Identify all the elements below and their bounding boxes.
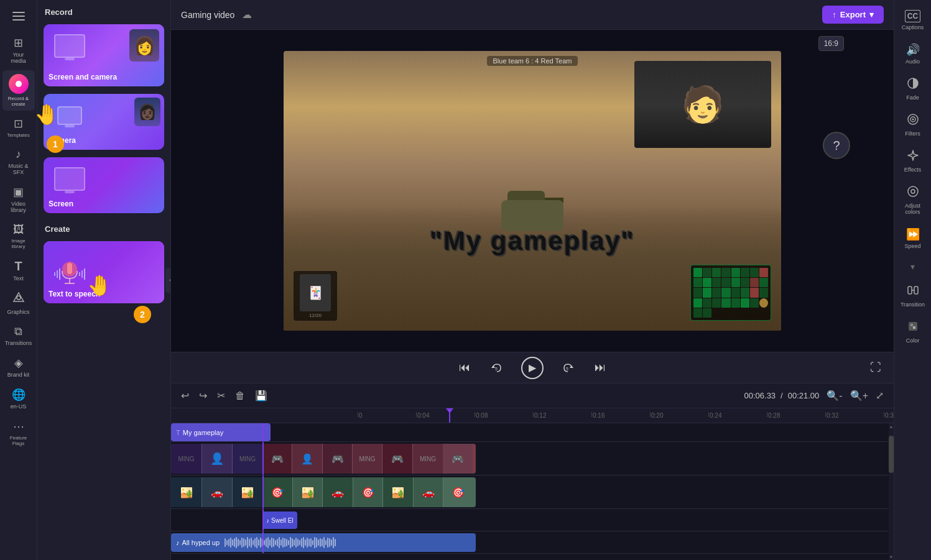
language-icon: 🌐 xyxy=(12,388,25,402)
sidebar-item-graphics[interactable]: Graphics xyxy=(2,288,35,319)
video-clip-2-left: 🏜️ 🚗 🏜️ xyxy=(171,477,262,507)
sidebar-item-video-library[interactable]: ▣ Video library xyxy=(2,181,35,217)
video-minimap xyxy=(690,265,771,321)
sidebar-label-text: Text xyxy=(13,275,24,282)
play-pause-button[interactable]: ▶ xyxy=(521,357,544,379)
card-thumbnail-visual: 🃏 xyxy=(300,274,331,311)
video-title-overlay: "My gameplay" xyxy=(284,226,781,256)
timeline-ruler: 0 0:04 0:08 0:12 0:16 0:20 0:24 0:28 0:3… xyxy=(171,408,894,423)
right-sidebar-audio[interactable]: 🔊 Audio xyxy=(897,38,929,70)
timeline-scrollbar[interactable]: ▲ ▼ xyxy=(889,423,894,560)
badge-number-2: 2 xyxy=(134,306,151,323)
video-track-2: 🏜️ 🚗 🏜️ 🎯 🏜️ 🚗 🎯 🏜️ 🚗 🎯 xyxy=(171,475,894,509)
ruler-mark-0:04: 0:04 xyxy=(416,412,475,419)
sidebar-item-brand-kit[interactable]: ◈ Brand kit xyxy=(2,352,35,382)
text-to-speech-card[interactable]: Text to speech xyxy=(44,241,164,303)
right-sidebar-scroll-down[interactable]: ▾ xyxy=(897,257,929,277)
title-clip-label: My gameplay xyxy=(183,429,223,436)
svg-rect-24 xyxy=(914,287,918,294)
title-clip-my-gameplay[interactable]: T My gameplay xyxy=(171,423,271,441)
rewind-5s-button[interactable]: 5 xyxy=(488,359,506,377)
skip-to-end-button[interactable]: ⏭ xyxy=(592,359,608,377)
screen-and-camera-card[interactable]: 👩 Screen and camera xyxy=(44,24,164,86)
sidebar-item-your-media[interactable]: ⊞ Your media xyxy=(2,32,35,68)
save-button[interactable]: 💾 xyxy=(252,387,270,404)
timeline-toolbar: ↩ ↪ ✂ 🗑 💾 00:06.33 / 00:21.00 🔍- 🔍+ ⤢ xyxy=(171,383,894,408)
aspect-ratio-badge[interactable]: 16:9 xyxy=(818,36,844,51)
delete-button[interactable]: 🗑 xyxy=(233,388,248,404)
right-sidebar-captions[interactable]: CC Captions xyxy=(897,5,929,35)
sidebar-label-video-library: Video library xyxy=(5,201,32,213)
sidebar-label-feature-flags: FeatureFlags xyxy=(10,435,27,446)
video-preview: Blue team 6 : 4 Red Team "My gameplay" 🧑… xyxy=(284,51,781,331)
sidebar-item-feature-flags[interactable]: ⋯ FeatureFlags xyxy=(2,416,35,450)
undo-button[interactable]: ↩ xyxy=(178,387,192,404)
export-button[interactable]: ↑ Export ▾ xyxy=(822,6,884,24)
right-sidebar-filters[interactable]: Filters xyxy=(897,108,929,142)
video-track-1-content: MING 👤 MING 🎮 👤 🎮 MING 🎮 MING xyxy=(171,442,894,475)
right-sidebar-adjust-colors[interactable]: Adjustcolors xyxy=(897,180,929,220)
redo-button[interactable]: ↪ xyxy=(197,387,210,404)
sidebar-label-your-media: Your media xyxy=(5,52,32,64)
all-hyped-up-clip[interactable]: ♪ All hyped up xyxy=(171,533,476,552)
sidebar-item-templates[interactable]: ⊡ Templates xyxy=(2,113,35,142)
scroll-up-arrow[interactable]: ▲ xyxy=(889,423,894,429)
help-button[interactable]: ? xyxy=(823,132,850,159)
panel-collapse-button[interactable]: ‹ xyxy=(165,268,171,293)
sidebar-item-text[interactable]: T Text xyxy=(2,255,35,285)
zoom-out-button[interactable]: 🔍- xyxy=(824,388,845,403)
minimap-grid xyxy=(691,265,771,320)
forward-5s-button[interactable]: 5 xyxy=(558,359,577,377)
tts-label: Text to speech xyxy=(49,290,100,298)
playhead-track-line-audio xyxy=(262,531,264,553)
zoom-fit-button[interactable]: ⤢ xyxy=(873,388,886,403)
filters-label: Filters xyxy=(905,131,920,137)
record-panel: Record 👩 Screen and camera 👩🏿 Camera xyxy=(37,0,171,560)
zoom-controls: 🔍- 🔍+ ⤢ xyxy=(824,388,886,403)
sidebar-item-transitions[interactable]: ⧉ Transitions xyxy=(2,321,35,350)
skip-to-start-button[interactable]: ⏮ xyxy=(456,359,473,377)
screen-card[interactable]: Screen xyxy=(44,157,164,213)
export-icon: ↑ xyxy=(832,10,836,19)
avatar-screen-camera: 👩 xyxy=(129,29,159,62)
right-sidebar-fade[interactable]: Fade xyxy=(897,72,929,106)
sidebar-label-templates: Templates xyxy=(7,132,29,138)
playhead[interactable] xyxy=(449,408,450,423)
media-icon: ⊞ xyxy=(14,36,23,50)
timeline: ↩ ↪ ✂ 🗑 💾 00:06.33 / 00:21.00 🔍- 🔍+ ⤢ 0 … xyxy=(171,383,894,560)
scrollbar-thumb[interactable] xyxy=(889,436,894,473)
cut-button[interactable]: ✂ xyxy=(215,387,228,404)
adjust-colors-label: Adjustcolors xyxy=(905,203,920,215)
music-icon-swell: ♪ xyxy=(266,517,269,524)
sidebar-item-image-library[interactable]: 🖼 Imagelibrary xyxy=(2,219,35,253)
timeline-tracks: T My gameplay MING 👤 MIN xyxy=(171,423,894,560)
hamburger-button[interactable] xyxy=(2,5,35,27)
sidebar-item-music-sfx[interactable]: ♪ Music & SFX xyxy=(2,144,35,179)
screen-label: Screen xyxy=(49,200,73,208)
scroll-down-arrow[interactable]: ▼ xyxy=(889,554,894,560)
right-sidebar-speed[interactable]: ⏩ Speed xyxy=(897,223,929,254)
swell-el-clip[interactable]: ♪ Swell El xyxy=(262,512,297,529)
fullscreen-button[interactable]: ⛶ xyxy=(868,359,884,377)
cloud-sync-icon: ☁ xyxy=(242,9,252,21)
right-sidebar-transition[interactable]: Transition xyxy=(897,279,929,313)
transition-label: Transition xyxy=(901,301,925,308)
video-library-icon: ▣ xyxy=(13,185,24,199)
right-sidebar-effects[interactable]: Effects xyxy=(897,144,929,178)
playhead-track-line-v1 xyxy=(262,442,264,475)
right-sidebar-color[interactable]: Color xyxy=(897,315,929,349)
sidebar-label-transitions: Transitions xyxy=(5,340,32,346)
card-decoration-camera xyxy=(51,100,88,131)
graphics-icon xyxy=(12,291,25,307)
svg-point-22 xyxy=(911,190,915,193)
filters-icon xyxy=(907,113,919,129)
video-track-1: MING 👤 MING 🎮 👤 🎮 MING 🎮 MING xyxy=(171,442,894,475)
tank-visual xyxy=(495,181,570,231)
sidebar-item-record-create[interactable]: Record &create xyxy=(2,70,35,111)
sidebar-item-language[interactable]: 🌐 en-US xyxy=(2,384,35,413)
zoom-in-button[interactable]: 🔍+ xyxy=(848,388,871,403)
video-clip-1[interactable]: MING 👤 MING 🎮 👤 🎮 MING 🎮 MING xyxy=(171,444,476,474)
svg-point-21 xyxy=(908,186,918,196)
effects-icon xyxy=(907,149,919,165)
video-clip-2[interactable]: 🏜️ 🚗 🏜️ 🎯 🏜️ 🚗 🎯 🏜️ 🚗 🎯 xyxy=(171,477,476,507)
